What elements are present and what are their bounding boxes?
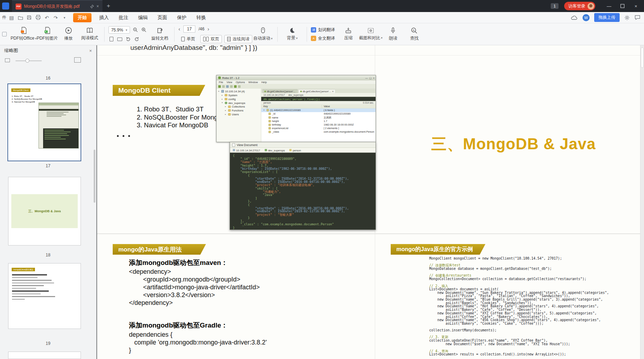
auto-scroll-button[interactable]: 自动滚动▾ [252, 24, 273, 44]
menu-grid-icon[interactable]: ▤ [7, 14, 16, 22]
robo3t-screenshot: Robo 3T - 1.2 — ▢ × FileViewOptionsWindo… [216, 75, 376, 142]
rotate-document-button[interactable]: 旋转文档 [149, 24, 170, 44]
compress-button[interactable]: 压缩 [338, 24, 359, 44]
thumbnail-page-17[interactable]: MongoDB Client 1. Robo 3T、Studio 3T2. No… [7, 83, 81, 161]
continuous-read-button[interactable]: 连续阅读 [224, 35, 252, 43]
quick-tools-caret-icon[interactable]: ▾ [60, 14, 69, 22]
document-json-view: { "_id" : "4464021999102100089", "name" … [230, 153, 376, 230]
menu-bar: 件 ▤ ↶ ↷ ▾ 开始 插入 批注 编辑 页面 保护 转换 W 拖换上传 [0, 12, 644, 23]
single-page-label: 单页 [187, 36, 195, 42]
settings-gear-icon[interactable] [624, 15, 630, 21]
word-translate-label: 划词翻译 [318, 27, 335, 33]
code-line [429, 260, 640, 264]
pdf-to-office-button[interactable]: PDF转Office▾ [11, 24, 37, 44]
thumb-badge: mongo的Java原生用法 [12, 268, 35, 271]
menu-item-annotate[interactable]: 批注 [114, 12, 133, 23]
menu-item-page[interactable]: 页面 [153, 12, 172, 23]
save-icon[interactable] [25, 14, 34, 22]
background-button[interactable]: 背景▾ [282, 24, 303, 44]
field-icon [268, 127, 271, 129]
maximize-button[interactable] [616, 0, 629, 12]
page-row-divider [97, 55, 640, 56]
menu-item-protect[interactable]: 保护 [172, 12, 191, 23]
thumbnail-page-20-partial[interactable] [8, 352, 81, 359]
read-mode-button[interactable]: 阅读模式 [79, 24, 100, 44]
thumb-text-line: 2. NoSQLBooster For MongoDB [12, 98, 42, 100]
thumbnail-page-18[interactable]: 三、MongoDB & Java [8, 177, 81, 245]
chevron-right-icon: ▸ [225, 113, 227, 115]
view-document-window: View Document 10.100.14.34:27017 dev_sup… [230, 142, 376, 230]
close-button[interactable]: × [629, 0, 643, 12]
collection-icon [300, 91, 302, 92]
previous-page-icon[interactable]: ‹ [178, 26, 180, 32]
rotate-right-icon[interactable] [134, 36, 140, 42]
pdf-to-image-button[interactable]: PDF转图片 [37, 24, 58, 44]
minimize-button[interactable]: — [602, 0, 616, 12]
page-number-input[interactable]: 17 [183, 25, 195, 33]
page-surface[interactable]: userAdminAnyDatabase", db: "admin" } ] }… [97, 45, 640, 359]
document-tab[interactable]: PDF MongoDB介绍及开发指南.pdf × [12, 0, 102, 12]
full-translate-button[interactable]: A 全文翻译 [311, 35, 335, 41]
new-tab-button[interactable]: + [107, 2, 110, 10]
word-translate-button[interactable]: 译 划词翻译 [311, 27, 335, 33]
json-line: "project" : "智能大屏" [233, 213, 373, 216]
code-line: MongoCollection<Document> collection = d… [429, 277, 640, 281]
read-aloud-button[interactable]: 朗读 [383, 24, 404, 44]
tab-count-badge[interactable]: 1 [551, 3, 559, 9]
robo-window-title: Robo 3T - 1.2 [222, 76, 240, 79]
thumb-badge: MongoDB Client [11, 88, 30, 92]
robo-table-row: experienceList [ 2 elements ] [261, 127, 376, 130]
menu-item-insert[interactable]: 插入 [94, 12, 114, 23]
page-navigation-group: ‹ 17 /46 › 单页 双页 连续阅读 [178, 25, 252, 43]
find-button[interactable]: A 查找 [404, 24, 425, 44]
zoom-select[interactable]: 75.9% ▾ [108, 26, 130, 34]
document-scrollbar[interactable] [640, 45, 644, 359]
cloud-sync-icon[interactable] [571, 15, 578, 20]
server-icon [233, 149, 235, 151]
robo-table-row: _id 4464021999102100089 [261, 112, 376, 116]
zoom-out-icon[interactable] [132, 27, 138, 33]
rotate-left-icon[interactable] [125, 36, 131, 42]
print-icon[interactable] [34, 14, 42, 22]
upload-button[interactable]: 拖换上传 [594, 13, 620, 22]
open-folder-icon[interactable] [16, 14, 25, 22]
page-row-divider [97, 233, 640, 234]
chat-icon[interactable] [634, 15, 640, 20]
json-line: "experienceList" : [ [233, 170, 373, 174]
background-label: 背景 [287, 35, 295, 41]
thumbnail-zoom-small-icon[interactable] [5, 58, 10, 62]
fit-width-icon[interactable] [117, 36, 123, 42]
robo-table-row: _class com.example.mongodemo.document.Pe… [261, 130, 376, 134]
play-button[interactable]: 播放 [58, 24, 79, 44]
folder-icon [225, 94, 227, 96]
panel-close-icon[interactable]: × [89, 48, 92, 53]
double-page-button[interactable]: 双页 [200, 35, 222, 43]
code-line: collection.insertMany(documents); [429, 329, 640, 332]
server-icon [221, 90, 224, 93]
thumbnail-size-slider-knob[interactable] [25, 59, 29, 63]
code-line: new Document("$set", new Document("name"… [429, 342, 640, 346]
zoom-in-icon[interactable] [141, 27, 147, 33]
caret-down-icon: ▾ [296, 36, 298, 40]
next-page-icon[interactable]: › [208, 26, 209, 32]
document-scrollbar-thumb[interactable] [641, 47, 644, 68]
menu-item-convert[interactable]: 转换 [191, 12, 211, 23]
sidebar-scrollbar[interactable] [94, 150, 95, 203]
thumbnail-zoom-large-icon[interactable] [74, 57, 81, 63]
guest-login-label: 访客登录 [568, 3, 585, 9]
menu-item-start[interactable]: 开始 [73, 13, 91, 22]
menu-item-edit[interactable]: 编辑 [133, 12, 153, 23]
guest-login-button[interactable]: 访客登录 [564, 2, 595, 10]
snapshot-compare-button[interactable]: 截图和对比▾ [359, 24, 383, 44]
wps-cloud-icon[interactable]: W [583, 14, 590, 21]
thumbnail-page-19[interactable]: mongo的Java原生用法 [8, 263, 81, 329]
folder-icon [228, 113, 231, 115]
pin-icon[interactable] [90, 5, 94, 8]
tab-close-icon[interactable]: × [96, 4, 99, 9]
single-page-button[interactable]: 单页 [178, 35, 198, 43]
thumb-page-label: 16 [0, 76, 96, 81]
robo-menu-bar: FileViewOptionsWindowHelp [217, 80, 376, 84]
undo-icon[interactable]: ↶ [42, 14, 51, 22]
redo-icon[interactable]: ↷ [51, 14, 60, 22]
actual-size-icon[interactable] [108, 36, 114, 42]
